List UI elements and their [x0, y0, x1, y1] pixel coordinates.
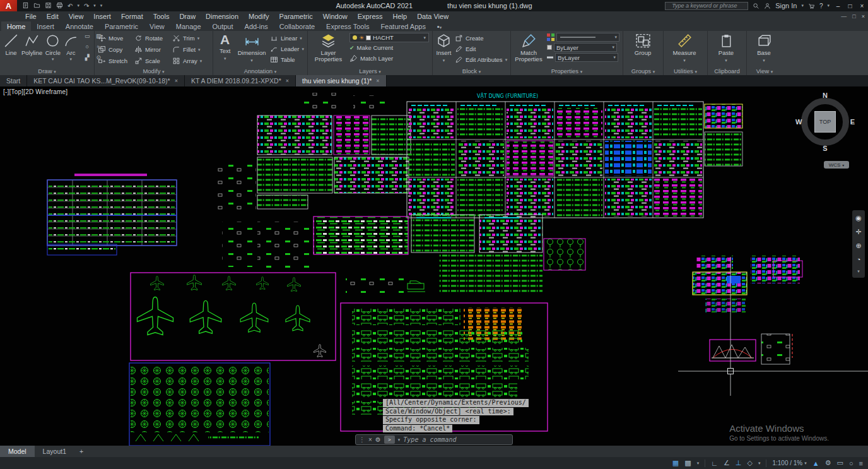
file-tab[interactable]: KET CAU CAI TAO KS...M_RevOK(09-10-18)*×: [27, 75, 185, 86]
paste-button[interactable]: Paste▾: [711, 33, 741, 64]
command-recent-caret-icon[interactable]: ▾: [398, 437, 401, 442]
minimize-button[interactable]: –: [832, 3, 844, 9]
text-tool[interactable]: A Text▾: [216, 33, 233, 65]
ribbon-tab-featured-apps[interactable]: Featured Apps: [375, 21, 431, 31]
open-file-icon[interactable]: [33, 2, 40, 10]
insert-block-button[interactable]: Insert▾: [436, 33, 452, 65]
dimension-tool[interactable]: Dimension▾: [237, 33, 266, 65]
cad-drawing[interactable]: VẬT DỤNG (FURNITURE): [0, 86, 868, 446]
scale-tool[interactable]: Scale: [134, 56, 172, 66]
file-tab[interactable]: KT A DIEM 2018.09.21-XPXD*×: [185, 75, 296, 86]
layer-dropdown[interactable]: ☀ HACHT ▾: [349, 33, 429, 42]
menu-tools[interactable]: Tools: [148, 13, 175, 20]
viewcube-south[interactable]: S: [823, 145, 827, 152]
panel-caption-layers[interactable]: Layers ▾: [308, 68, 432, 74]
viewcube-top-face[interactable]: TOP: [814, 111, 836, 133]
keyword-search-input[interactable]: [665, 2, 748, 10]
file-tab-start[interactable]: Start: [0, 75, 27, 86]
polyline-tool[interactable]: Polyline: [21, 33, 42, 64]
ellipse-icon[interactable]: ○: [83, 44, 91, 53]
doc-minimize-button[interactable]: —: [841, 13, 847, 20]
navbar-more-icon[interactable]: ▾: [857, 269, 860, 274]
osnap-caret-icon[interactable]: ▾: [758, 461, 761, 466]
ribbon-tab-output[interactable]: Output: [207, 21, 239, 31]
viewcube[interactable]: N S W E TOP: [796, 93, 854, 151]
close-tab-icon[interactable]: ×: [175, 78, 178, 84]
full-navigation-wheel-icon[interactable]: ◉: [855, 214, 862, 222]
stretch-tool[interactable]: Stretch: [98, 56, 134, 66]
undo-icon[interactable]: ↶: [67, 3, 73, 9]
menu-window[interactable]: Window: [318, 13, 353, 20]
menu-modify[interactable]: Modify: [243, 13, 274, 20]
edit-block-tool[interactable]: Edit: [455, 44, 507, 54]
panel-caption-draw[interactable]: Draw ▾: [0, 68, 94, 74]
menu-edit[interactable]: Edit: [42, 13, 64, 20]
annotation-visibility-icon[interactable]: ▲: [812, 460, 819, 467]
customization-icon[interactable]: ≡: [859, 460, 863, 467]
redo-caret-icon[interactable]: ▾: [93, 3, 96, 8]
menu-insert[interactable]: Insert: [88, 13, 116, 20]
circle-tool[interactable]: Circle▾: [45, 33, 61, 64]
menu-help[interactable]: Help: [388, 13, 413, 20]
search-icon[interactable]: [753, 3, 760, 9]
ribbon-options-icon[interactable]: ▪▾: [431, 21, 447, 31]
doc-restore-button[interactable]: □: [852, 13, 855, 20]
panel-caption-properties[interactable]: Properties ▾: [511, 68, 623, 74]
polar-tracking-icon[interactable]: ∠: [724, 459, 730, 467]
layout1-tab[interactable]: Layout1: [35, 446, 74, 457]
qat-more-icon[interactable]: ▾: [100, 3, 103, 8]
close-tab-icon[interactable]: ×: [376, 78, 379, 84]
panel-caption-block[interactable]: Block ▾: [433, 68, 510, 74]
ribbon-tab-home[interactable]: Home: [1, 21, 31, 31]
panel-caption-view[interactable]: View ▾: [747, 68, 782, 74]
panel-caption-utilities[interactable]: Utilities ▾: [664, 68, 707, 74]
table-tool[interactable]: Table: [270, 54, 304, 65]
command-line-bar[interactable]: ⋮ × ⚙ > ▾: [355, 434, 513, 445]
panel-caption-modify[interactable]: Modify ▾: [95, 68, 213, 74]
menu-data-view[interactable]: Data View: [412, 13, 454, 20]
isolate-objects-icon[interactable]: ○: [849, 460, 853, 467]
copy-tool[interactable]: Copy: [98, 44, 134, 55]
gradient-icon[interactable]: ▞: [83, 54, 91, 64]
snap-caret-icon[interactable]: ▾: [697, 461, 700, 466]
ribbon-tab-view[interactable]: View: [144, 21, 170, 31]
group-button[interactable]: Group: [626, 33, 659, 56]
ribbon-tab-manage[interactable]: Manage: [170, 21, 207, 31]
menu-view[interactable]: View: [64, 13, 89, 20]
annotation-monitor-icon[interactable]: ▭: [837, 459, 843, 467]
menu-format[interactable]: Format: [116, 13, 148, 20]
command-prompt-icon[interactable]: >: [384, 436, 395, 444]
ribbon-tab-collaborate[interactable]: Collaborate: [274, 21, 320, 31]
ribbon-tab-insert[interactable]: Insert: [31, 21, 60, 31]
create-block-tool[interactable]: Create: [455, 33, 507, 44]
menu-dimension[interactable]: Dimension: [201, 13, 243, 20]
linear-tool[interactable]: Linear▾: [270, 33, 304, 44]
array-tool[interactable]: Array▾: [172, 56, 211, 66]
doc-close-button[interactable]: ×: [862, 13, 865, 20]
arc-tool[interactable]: Arc▾: [63, 33, 78, 64]
menu-express[interactable]: Express: [353, 13, 388, 20]
file-tab-active[interactable]: thu vien sieu khung (1)*×: [296, 75, 387, 86]
viewport-controls-label[interactable]: [-][Top][2D Wireframe]: [3, 88, 67, 95]
layer-dropdown-caret-icon[interactable]: ▾: [423, 35, 426, 40]
workspace-gear-icon[interactable]: ⚙: [825, 459, 831, 467]
command-customize-icon[interactable]: ⚙: [375, 436, 381, 443]
panel-caption-groups[interactable]: Groups ▾: [623, 68, 663, 74]
layer-properties-button[interactable]: Layer Properties: [311, 33, 346, 64]
zoom-extents-icon[interactable]: ⊕: [855, 242, 861, 250]
lineweight-dropdown[interactable]: ByLayer▾: [555, 53, 618, 62]
viewcube-north[interactable]: N: [823, 92, 828, 99]
line-tool[interactable]: Line: [3, 33, 19, 64]
viewcube-east[interactable]: E: [850, 118, 855, 126]
help-icon[interactable]: ?: [819, 3, 823, 9]
pan-icon[interactable]: ✛: [855, 228, 861, 236]
redo-icon[interactable]: ↷: [84, 3, 89, 9]
layer-freeze-icon[interactable]: ☀: [359, 35, 364, 41]
ortho-icon[interactable]: ∟: [711, 460, 718, 467]
rotate-tool[interactable]: Rotate: [134, 33, 172, 44]
add-layout-button[interactable]: +: [74, 446, 88, 457]
menu-draw[interactable]: Draw: [174, 13, 201, 20]
panel-caption-clipboard[interactable]: Clipboard: [708, 68, 746, 74]
maximize-button[interactable]: □: [844, 3, 856, 9]
command-input[interactable]: [403, 436, 509, 443]
